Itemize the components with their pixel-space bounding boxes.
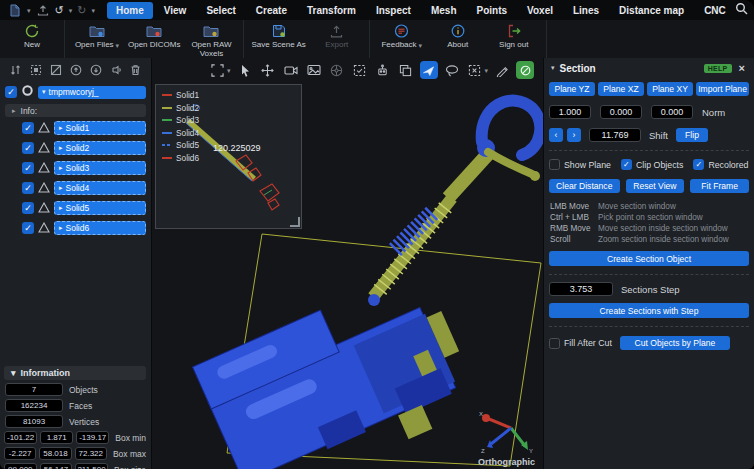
create-sections-with-step-button[interactable]: Create Sections with Step (549, 303, 749, 318)
tab-lines[interactable]: Lines (564, 2, 608, 19)
fill-after-cut-checkbox[interactable] (549, 338, 560, 349)
clip-objects-checkbox[interactable] (621, 159, 632, 170)
flip-button[interactable]: Flip (676, 128, 708, 142)
tree-row-solid4[interactable]: ▸Solid4 (22, 179, 146, 197)
shift-value-input[interactable]: 11.769 (589, 128, 641, 142)
solid2-label-pill[interactable]: ▸Solid2 (54, 141, 146, 155)
tab-points[interactable]: Points (467, 2, 516, 19)
tree-root-label-pill[interactable]: ▾ tmpmwcoryj_ (38, 86, 146, 99)
redo-icon[interactable]: ↻ (77, 5, 86, 16)
move-tool-icon[interactable] (259, 61, 277, 79)
export-button[interactable]: Export (309, 20, 365, 58)
solid6-visibility-checkbox[interactable] (22, 222, 34, 234)
shift-increase-button[interactable]: › (567, 128, 581, 142)
app-file-icon[interactable] (8, 3, 22, 17)
fit-view-icon[interactable] (208, 61, 226, 79)
lasso-icon[interactable] (443, 61, 461, 79)
feedback-button[interactable]: Feedback▾ (374, 20, 430, 58)
robot-icon[interactable] (374, 61, 392, 79)
tree-row-solid6[interactable]: ▸Solid6 (22, 219, 146, 237)
tab-cnc[interactable]: CNC (695, 2, 735, 19)
shift-decrease-button[interactable]: ‹ (549, 128, 563, 142)
move-down-icon[interactable] (90, 64, 102, 76)
solid4-label-pill[interactable]: ▸Solid4 (54, 181, 146, 195)
tab-voxel[interactable]: Voxel (518, 2, 562, 19)
cut-objects-by-plane-button[interactable]: Cut Objects by Plane (620, 336, 730, 350)
select-all-icon[interactable] (30, 64, 42, 76)
tab-inspect[interactable]: Inspect (367, 2, 420, 19)
show-plane-checkbox[interactable] (549, 159, 560, 170)
sign-out-button[interactable]: Sign out (486, 20, 542, 58)
undo-icon[interactable]: ↺ (55, 5, 64, 16)
upload-icon[interactable] (36, 3, 50, 17)
recolored-checkbox[interactable] (693, 159, 704, 170)
chevron-down-icon[interactable]: ▾ (227, 67, 231, 74)
deselect-all-icon[interactable] (50, 64, 62, 76)
tree-row-solid2[interactable]: ▸Solid2 (22, 139, 146, 157)
plane-yz-button[interactable]: Plane YZ (549, 82, 595, 96)
fit-frame-button[interactable]: Fit Frame (690, 179, 749, 193)
resize-handle-icon[interactable] (290, 217, 300, 227)
open-files-button[interactable]: Open Files▾ (69, 20, 125, 58)
tab-select[interactable]: Select (197, 2, 244, 19)
solid1-label-pill[interactable]: ▸Solid1 (54, 121, 146, 135)
rename-icon[interactable] (110, 64, 122, 76)
reset-view-button[interactable]: Reset View (626, 179, 685, 193)
norm-z-input[interactable]: 0.000 (651, 105, 693, 119)
clear-distance-button[interactable]: Clear Distance (549, 179, 620, 193)
plane-xy-button[interactable]: Plane XY (647, 82, 693, 96)
about-button[interactable]: About (430, 20, 486, 58)
information-header[interactable]: ▾ Information (4, 366, 146, 380)
solid5-label-pill[interactable]: ▸Solid5 (54, 201, 146, 215)
norm-x-input[interactable]: 1.000 (549, 105, 591, 119)
close-icon[interactable]: × (737, 63, 747, 74)
solid3-visibility-checkbox[interactable] (22, 162, 34, 174)
solid3-label-pill[interactable]: ▸Solid3 (54, 161, 146, 175)
snapshot-icon[interactable] (305, 61, 323, 79)
object-picker-icon[interactable] (466, 61, 484, 79)
save-scene-as-button[interactable]: Save Scene As (248, 20, 308, 58)
sections-step-input[interactable]: 3.753 (549, 282, 613, 296)
navigation-wheel-icon[interactable] (328, 61, 346, 79)
solid6-label-pill[interactable]: ▸Solid6 (54, 221, 146, 235)
draw-circle-icon[interactable] (516, 61, 534, 79)
camera-icon[interactable] (282, 61, 300, 79)
chevron-down-icon[interactable]: ▾ (69, 7, 73, 14)
duplicate-icon[interactable] (397, 61, 415, 79)
tab-home[interactable]: Home (107, 2, 153, 19)
delete-icon[interactable] (130, 64, 141, 76)
new-button[interactable]: New (4, 20, 60, 58)
box-select-icon[interactable] (351, 61, 369, 79)
move-up-icon[interactable] (70, 64, 82, 76)
import-plane-button[interactable]: Import Plane (696, 82, 749, 96)
tree-row-solid5[interactable]: ▸Solid5 (22, 199, 146, 217)
chevron-down-icon[interactable]: ▾ (485, 67, 489, 74)
projection-label[interactable]: Orthographic (478, 457, 535, 467)
help-badge[interactable]: HELP (704, 64, 732, 73)
chevron-down-icon[interactable]: ▾ (91, 7, 95, 14)
open-dicoms-button[interactable]: Open DICOMs (125, 20, 183, 58)
select-cursor-icon[interactable] (236, 61, 254, 79)
create-section-object-button[interactable]: Create Section Object (549, 251, 749, 266)
section-preview-window[interactable]: Solid1 Solid2 Solid3 Solid4 Solid5 Solid… (155, 84, 302, 229)
section-plane-icon[interactable] (420, 61, 438, 79)
chevron-down-icon[interactable]: ▾ (551, 64, 555, 72)
solid5-visibility-checkbox[interactable] (22, 202, 34, 214)
tab-create[interactable]: Create (247, 2, 296, 19)
viewport-3d[interactable]: ▾ (152, 58, 543, 469)
open-raw-voxels-button[interactable]: Open RAW Voxels (183, 20, 239, 58)
tab-view[interactable]: View (155, 2, 196, 19)
tab-distance-map[interactable]: Distance map (610, 2, 693, 19)
search-icon[interactable] (735, 1, 748, 19)
solid1-visibility-checkbox[interactable] (22, 122, 34, 134)
tree-row-root[interactable]: ▾ tmpmwcoryj_ (5, 83, 146, 101)
overflow-icon[interactable]: ⋮ (539, 65, 543, 75)
axis-gizmo[interactable]: X Y Z (473, 410, 537, 454)
chevron-down-icon[interactable]: ▾ (27, 7, 31, 14)
tree-row-solid1[interactable]: ▸Solid1 (22, 119, 146, 137)
measure-pen-icon[interactable] (493, 61, 511, 79)
tree-row-solid3[interactable]: ▸Solid3 (22, 159, 146, 177)
tree-row-info[interactable]: ▸ Info: (5, 104, 146, 117)
plane-xz-button[interactable]: Plane XZ (598, 82, 644, 96)
tab-mesh[interactable]: Mesh (422, 2, 466, 19)
